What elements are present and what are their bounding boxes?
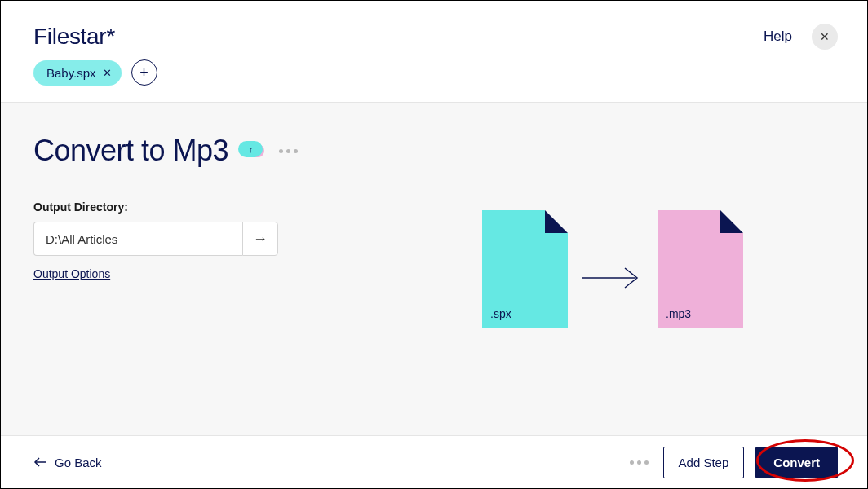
arrow-left-icon <box>33 457 48 467</box>
more-options-icon[interactable] <box>279 149 298 153</box>
file-chip-close-icon[interactable]: ✕ <box>103 67 112 79</box>
source-file-icon: .spx <box>482 210 568 328</box>
arrow-right-icon <box>580 266 645 290</box>
plus-icon: + <box>140 64 148 82</box>
file-fold <box>720 210 743 233</box>
add-step-button[interactable]: Add Step <box>663 447 745 478</box>
footer: Go Back Add Step Convert <box>1 435 867 488</box>
conversion-diagram: .spx .mp3 <box>482 210 743 328</box>
file-chip[interactable]: Baby.spx ✕ <box>33 60 122 86</box>
header-right: Help ✕ <box>764 24 838 50</box>
cloud-upload-icon[interactable]: ↑ <box>238 139 269 162</box>
arrow-between <box>580 266 645 290</box>
file-chip-label: Baby.spx <box>46 66 96 80</box>
output-directory-input[interactable] <box>33 222 242 256</box>
arrow-right-icon: → <box>253 231 268 248</box>
header: Filestar* Help ✕ <box>1 1 867 50</box>
target-file-ext: .mp3 <box>666 307 691 320</box>
footer-more-icon[interactable] <box>630 460 649 465</box>
output-directory-open-button[interactable]: → <box>242 222 278 256</box>
convert-button[interactable]: Convert <box>755 447 838 478</box>
close-icon: ✕ <box>820 30 830 43</box>
help-link[interactable]: Help <box>764 29 792 45</box>
go-back-button[interactable]: Go Back <box>33 456 102 469</box>
source-file-ext: .spx <box>490 307 512 320</box>
go-back-label: Go Back <box>55 456 102 469</box>
file-fold <box>545 210 568 233</box>
target-file-icon: .mp3 <box>658 210 743 328</box>
page-title-row: Convert to Mp3 ↑ <box>33 134 835 168</box>
cloud-cyan-shape: ↑ <box>238 141 263 157</box>
cloud-arrow-glyph: ↑ <box>248 144 253 154</box>
app-title: Filestar* <box>33 24 115 50</box>
page-title: Convert to Mp3 <box>33 134 228 168</box>
close-button[interactable]: ✕ <box>812 24 838 50</box>
file-chips-row: Baby.spx ✕ + <box>1 50 867 102</box>
add-file-button[interactable]: + <box>131 59 157 86</box>
footer-right: Add Step Convert <box>630 447 838 478</box>
main-content: Convert to Mp3 ↑ Output Directory: → Out… <box>1 102 867 438</box>
output-directory-row: → <box>33 222 278 256</box>
